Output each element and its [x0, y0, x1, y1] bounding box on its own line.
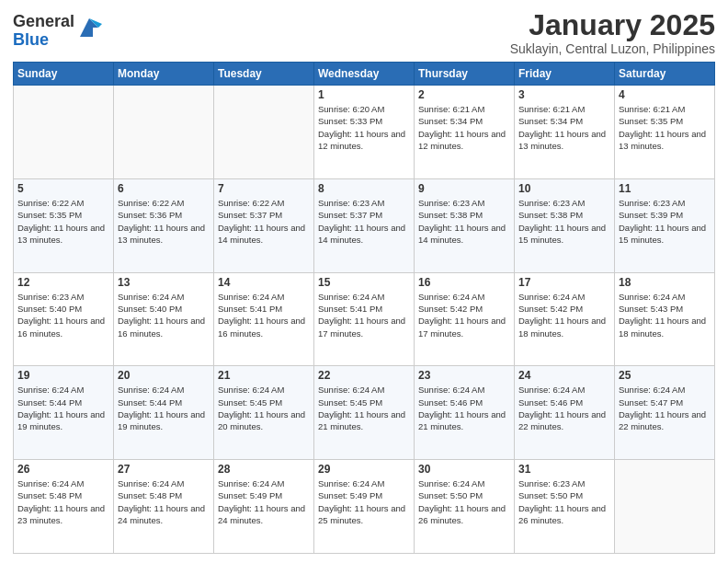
- logo-blue: Blue: [13, 31, 74, 50]
- calendar-cell: [615, 460, 715, 554]
- day-number: 22: [318, 369, 410, 382]
- calendar-cell: 7Sunrise: 6:22 AMSunset: 5:37 PMDaylight…: [214, 178, 314, 272]
- day-info: Sunrise: 6:23 AMSunset: 5:50 PMDaylight:…: [518, 477, 610, 526]
- calendar-cell: [14, 86, 114, 179]
- calendar-cell: 22Sunrise: 6:24 AMSunset: 5:45 PMDayligh…: [314, 366, 415, 460]
- calendar-cell: 4Sunrise: 6:21 AMSunset: 5:35 PMDaylight…: [615, 86, 715, 179]
- calendar-cell: 9Sunrise: 6:23 AMSunset: 5:38 PMDaylight…: [415, 178, 515, 272]
- day-number: 30: [418, 463, 510, 476]
- day-info: Sunrise: 6:21 AMSunset: 5:35 PMDaylight:…: [619, 103, 711, 152]
- day-info: Sunrise: 6:24 AMSunset: 5:43 PMDaylight:…: [619, 291, 711, 339]
- day-info: Sunrise: 6:22 AMSunset: 5:35 PMDaylight:…: [17, 197, 109, 246]
- calendar-cell: 1Sunrise: 6:20 AMSunset: 5:33 PMDaylight…: [314, 86, 415, 179]
- calendar-cell: 20Sunrise: 6:24 AMSunset: 5:44 PMDayligh…: [114, 366, 214, 460]
- logo: General Blue: [13, 13, 102, 50]
- day-number: 4: [619, 88, 711, 101]
- day-number: 21: [218, 369, 310, 382]
- calendar-week-4: 19Sunrise: 6:24 AMSunset: 5:44 PMDayligh…: [14, 366, 715, 460]
- day-info: Sunrise: 6:20 AMSunset: 5:33 PMDaylight:…: [318, 103, 410, 152]
- day-number: 13: [118, 276, 210, 289]
- calendar-cell: 11Sunrise: 6:23 AMSunset: 5:39 PMDayligh…: [615, 178, 715, 272]
- calendar-cell: 5Sunrise: 6:22 AMSunset: 5:35 PMDaylight…: [14, 178, 114, 272]
- calendar-cell: 30Sunrise: 6:24 AMSunset: 5:50 PMDayligh…: [415, 460, 515, 554]
- day-number: 7: [218, 182, 310, 195]
- day-number: 12: [17, 276, 109, 289]
- calendar-cell: 12Sunrise: 6:23 AMSunset: 5:40 PMDayligh…: [14, 272, 114, 366]
- day-number: 28: [218, 463, 310, 476]
- logo-text: General Blue: [13, 13, 74, 50]
- calendar-week-1: 1Sunrise: 6:20 AMSunset: 5:33 PMDaylight…: [14, 86, 715, 179]
- day-info: Sunrise: 6:22 AMSunset: 5:37 PMDaylight:…: [218, 197, 310, 246]
- calendar-cell: 14Sunrise: 6:24 AMSunset: 5:41 PMDayligh…: [214, 272, 314, 366]
- day-number: 31: [518, 463, 610, 476]
- calendar-cell: 23Sunrise: 6:24 AMSunset: 5:46 PMDayligh…: [415, 366, 515, 460]
- day-info: Sunrise: 6:24 AMSunset: 5:49 PMDaylight:…: [218, 477, 310, 526]
- header-monday: Monday: [114, 63, 214, 86]
- header: General Blue January 2025 Suklayin, Cent…: [13, 9, 715, 56]
- calendar-cell: 2Sunrise: 6:21 AMSunset: 5:34 PMDaylight…: [415, 86, 515, 179]
- day-number: 1: [318, 88, 410, 101]
- day-number: 2: [418, 88, 510, 101]
- calendar-cell: 24Sunrise: 6:24 AMSunset: 5:46 PMDayligh…: [515, 366, 615, 460]
- calendar-cell: 19Sunrise: 6:24 AMSunset: 5:44 PMDayligh…: [14, 366, 114, 460]
- calendar-cell: 27Sunrise: 6:24 AMSunset: 5:48 PMDayligh…: [114, 460, 214, 554]
- day-info: Sunrise: 6:24 AMSunset: 5:46 PMDaylight:…: [518, 384, 610, 432]
- calendar-cell: 18Sunrise: 6:24 AMSunset: 5:43 PMDayligh…: [615, 272, 715, 366]
- header-tuesday: Tuesday: [214, 63, 314, 86]
- day-number: 20: [118, 369, 210, 382]
- header-friday: Friday: [515, 63, 615, 86]
- calendar-cell: 29Sunrise: 6:24 AMSunset: 5:49 PMDayligh…: [314, 460, 415, 554]
- day-number: 25: [619, 369, 711, 382]
- calendar-cell: 31Sunrise: 6:23 AMSunset: 5:50 PMDayligh…: [515, 460, 615, 554]
- calendar-week-3: 12Sunrise: 6:23 AMSunset: 5:40 PMDayligh…: [14, 272, 715, 366]
- calendar-cell: 25Sunrise: 6:24 AMSunset: 5:47 PMDayligh…: [615, 366, 715, 460]
- day-info: Sunrise: 6:24 AMSunset: 5:44 PMDaylight:…: [118, 384, 210, 432]
- calendar-cell: [114, 86, 214, 179]
- calendar-week-2: 5Sunrise: 6:22 AMSunset: 5:35 PMDaylight…: [14, 178, 715, 272]
- day-info: Sunrise: 6:24 AMSunset: 5:40 PMDaylight:…: [118, 291, 210, 339]
- header-thursday: Thursday: [415, 63, 515, 86]
- day-info: Sunrise: 6:21 AMSunset: 5:34 PMDaylight:…: [518, 103, 610, 152]
- day-number: 17: [518, 276, 610, 289]
- day-info: Sunrise: 6:24 AMSunset: 5:49 PMDaylight:…: [318, 477, 410, 526]
- day-number: 8: [318, 182, 410, 195]
- day-number: 24: [518, 369, 610, 382]
- calendar-cell: 15Sunrise: 6:24 AMSunset: 5:41 PMDayligh…: [314, 272, 415, 366]
- weekday-header-row: Sunday Monday Tuesday Wednesday Thursday…: [14, 63, 715, 86]
- title-block: January 2025 Suklayin, Central Luzon, Ph…: [510, 9, 715, 56]
- day-number: 15: [318, 276, 410, 289]
- calendar-cell: 6Sunrise: 6:22 AMSunset: 5:36 PMDaylight…: [114, 178, 214, 272]
- day-number: 23: [418, 369, 510, 382]
- header-sunday: Sunday: [14, 63, 114, 86]
- day-info: Sunrise: 6:24 AMSunset: 5:42 PMDaylight:…: [518, 291, 610, 339]
- day-info: Sunrise: 6:24 AMSunset: 5:41 PMDaylight:…: [218, 291, 310, 339]
- day-number: 10: [518, 182, 610, 195]
- day-info: Sunrise: 6:24 AMSunset: 5:42 PMDaylight:…: [418, 291, 510, 339]
- title-location: Suklayin, Central Luzon, Philippines: [510, 41, 715, 56]
- calendar-week-5: 26Sunrise: 6:24 AMSunset: 5:48 PMDayligh…: [14, 460, 715, 554]
- day-info: Sunrise: 6:22 AMSunset: 5:36 PMDaylight:…: [118, 197, 210, 246]
- calendar-cell: 28Sunrise: 6:24 AMSunset: 5:49 PMDayligh…: [214, 460, 314, 554]
- day-info: Sunrise: 6:21 AMSunset: 5:34 PMDaylight:…: [418, 103, 510, 152]
- day-info: Sunrise: 6:24 AMSunset: 5:45 PMDaylight:…: [218, 384, 310, 432]
- day-number: 16: [418, 276, 510, 289]
- logo-general: General: [13, 13, 74, 31]
- calendar-cell: 10Sunrise: 6:23 AMSunset: 5:38 PMDayligh…: [515, 178, 615, 272]
- calendar-cell: 8Sunrise: 6:23 AMSunset: 5:37 PMDaylight…: [314, 178, 415, 272]
- page: General Blue January 2025 Suklayin, Cent…: [0, 0, 728, 563]
- calendar-cell: 16Sunrise: 6:24 AMSunset: 5:42 PMDayligh…: [415, 272, 515, 366]
- title-month: January 2025: [510, 9, 715, 41]
- header-wednesday: Wednesday: [314, 63, 415, 86]
- calendar-cell: 21Sunrise: 6:24 AMSunset: 5:45 PMDayligh…: [214, 366, 314, 460]
- day-number: 14: [218, 276, 310, 289]
- day-info: Sunrise: 6:23 AMSunset: 5:38 PMDaylight:…: [518, 197, 610, 246]
- day-info: Sunrise: 6:23 AMSunset: 5:37 PMDaylight:…: [318, 197, 410, 246]
- calendar-table: Sunday Monday Tuesday Wednesday Thursday…: [13, 62, 715, 554]
- day-info: Sunrise: 6:24 AMSunset: 5:48 PMDaylight:…: [17, 477, 109, 526]
- day-info: Sunrise: 6:24 AMSunset: 5:50 PMDaylight:…: [418, 477, 510, 526]
- day-info: Sunrise: 6:23 AMSunset: 5:38 PMDaylight:…: [418, 197, 510, 246]
- header-saturday: Saturday: [615, 63, 715, 86]
- day-number: 18: [619, 276, 711, 289]
- day-number: 9: [418, 182, 510, 195]
- day-info: Sunrise: 6:24 AMSunset: 5:46 PMDaylight:…: [418, 384, 510, 432]
